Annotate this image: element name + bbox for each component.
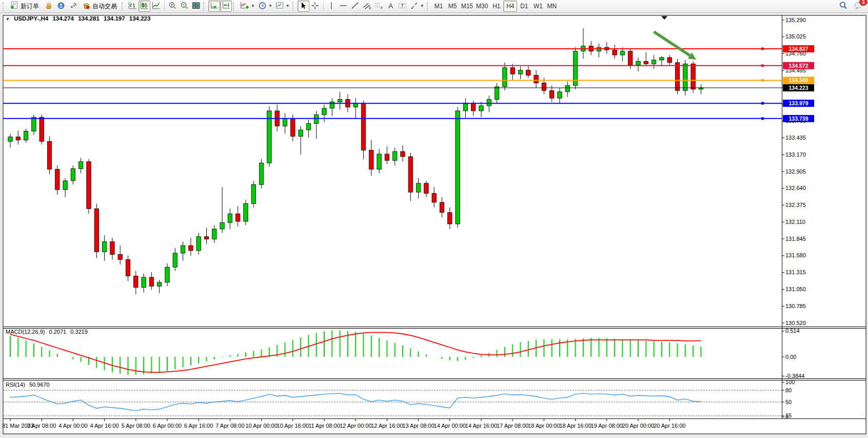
time-tick-label: 18 Apr 16:00	[559, 423, 591, 429]
price-tick-label: 132.110	[785, 219, 805, 225]
notification-badge[interactable]: 1	[859, 0, 867, 6]
bar-chart-button[interactable]	[127, 1, 139, 12]
chevron-down-icon: ▼	[420, 4, 424, 8]
horizontal-line-button[interactable]	[338, 1, 349, 12]
signals-button[interactable]	[67, 1, 80, 12]
candle-body	[613, 50, 617, 55]
chart-window-frame	[3, 15, 866, 434]
candle-body	[149, 277, 153, 286]
candle-body	[424, 183, 428, 194]
zoom-out-icon	[180, 2, 189, 11]
search-button[interactable]	[837, 1, 849, 12]
trendline-icon	[351, 2, 359, 11]
chart-symbol-period: USDJPY-,H4	[14, 15, 48, 22]
trendline-button[interactable]	[349, 1, 361, 12]
market-button[interactable]	[43, 1, 55, 12]
timeframe-h4[interactable]: H4	[503, 1, 517, 12]
shapes-button[interactable]: ▼	[408, 1, 426, 12]
cursor-button[interactable]	[298, 1, 309, 12]
auto-scroll-button[interactable]	[208, 1, 220, 12]
timeframe-w1[interactable]: W1	[531, 1, 545, 12]
timeframe-m30[interactable]: M30	[475, 1, 489, 12]
time-tick-label: 10 Apr 16:00	[277, 423, 309, 429]
text-label-icon: T	[398, 2, 407, 11]
text-button[interactable]: A	[385, 1, 397, 12]
candle-body	[259, 163, 263, 184]
candle-body	[456, 111, 460, 224]
candle-body	[401, 151, 405, 157]
time-tick-label: 20 Apr 16:00	[654, 423, 685, 429]
templates-button[interactable]: ▼	[274, 1, 291, 12]
timeframe-m1[interactable]: M1	[432, 1, 446, 12]
crosshair-button[interactable]	[309, 1, 321, 12]
community-button[interactable]	[55, 1, 67, 12]
price-tick-label: 132.905	[785, 168, 806, 175]
time-tick-label: 3 Apr 08:00	[27, 423, 56, 429]
price-tick-label: 133.170	[785, 151, 806, 158]
zoom-in-button[interactable]	[167, 1, 179, 12]
hline-handle[interactable]	[761, 64, 764, 67]
candle-body	[118, 254, 122, 259]
price-tick-label: 130.785	[785, 303, 806, 309]
line-chart-button[interactable]	[150, 1, 162, 12]
chart-shift-button[interactable]	[220, 1, 232, 12]
ohlc-close: 134.223	[129, 15, 151, 22]
new-order-button[interactable]: 新订单	[8, 1, 43, 12]
crosshair-icon	[311, 2, 319, 11]
price-tick-label: 130.520	[785, 320, 806, 326]
candle-body	[299, 130, 303, 136]
zoom-out-button[interactable]	[179, 1, 190, 12]
price-tick-label: 131.580	[785, 252, 806, 258]
vertical-line-icon	[328, 2, 335, 11]
candlestick-button[interactable]	[139, 1, 150, 12]
hline-handle[interactable]	[761, 117, 764, 120]
hline-handle[interactable]	[761, 79, 764, 82]
signals-icon	[69, 2, 78, 11]
chevron-down-icon: ▼	[251, 4, 255, 8]
timeframe-h1[interactable]: H1	[489, 1, 503, 12]
time-tick-label: 14 Apr 16:00	[465, 423, 497, 429]
hline-handle[interactable]	[761, 48, 764, 50]
fibonacci-button[interactable]: F	[373, 1, 385, 12]
timeframe-d1[interactable]: D1	[517, 1, 531, 12]
tile-windows-button[interactable]	[190, 1, 202, 12]
timeframe-mn[interactable]: MN	[545, 1, 559, 12]
macd-value1: 0.2071	[49, 329, 66, 335]
hline-handle[interactable]	[761, 102, 764, 105]
channel-button[interactable]: E	[361, 1, 373, 12]
autotrading-icon	[82, 2, 91, 11]
period-button[interactable]: ▼	[257, 1, 274, 12]
candle-body	[487, 100, 491, 106]
candle-body	[416, 183, 420, 192]
time-tick-label: 12 Apr 16:00	[371, 423, 403, 429]
chevron-down-icon: ▼	[268, 4, 272, 8]
text-label-button[interactable]: T	[397, 1, 408, 12]
rsi-tick-label: 80	[785, 387, 792, 393]
vertical-line-button[interactable]	[326, 1, 338, 12]
chart-canvas: 135.290135.025134.760134.495134.230133.9…	[0, 0, 868, 438]
time-tick-label: 13 Apr 08:00	[402, 423, 434, 429]
autotrading-button[interactable]: 自动交易	[80, 1, 121, 12]
time-tick-label: 6 Apr 16:00	[184, 423, 213, 429]
timeframe-m5[interactable]: M5	[446, 1, 460, 12]
price-tick-label: 135.025	[785, 33, 806, 40]
timeframe-m15[interactable]: M15	[460, 1, 475, 12]
macd-name: MACD(12,26,9)	[6, 329, 45, 335]
candle-body	[503, 68, 507, 87]
candle-body	[126, 259, 130, 276]
fibonacci-icon: F	[374, 2, 383, 11]
price-tag-label: 134.223	[789, 85, 808, 91]
bar-chart-icon	[128, 2, 137, 11]
candle-body	[683, 64, 687, 90]
candle-body	[660, 58, 664, 60]
ohlc-high: 134.281	[78, 15, 100, 22]
time-tick-label: 12 Apr 00:00	[340, 423, 371, 429]
time-tick-label: 11 Apr 08:00	[308, 423, 340, 429]
indicators-icon	[240, 2, 249, 11]
candle-body	[510, 68, 515, 74]
candle-body	[283, 119, 287, 126]
rsi-tick-label: 100	[785, 379, 795, 385]
line-chart-icon	[152, 2, 161, 11]
indicators-button[interactable]: ▼	[238, 1, 257, 12]
macd-tick-label: 0.514	[785, 328, 800, 334]
